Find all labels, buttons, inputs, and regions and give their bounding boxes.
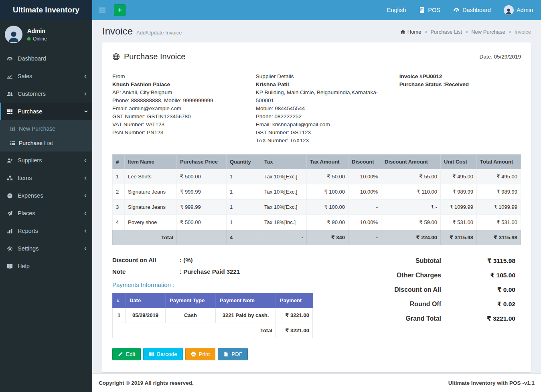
invoice-number: Invoice #PU0012 bbox=[399, 73, 509, 81]
total-discount: - bbox=[349, 230, 381, 245]
summary-label: Round Off bbox=[410, 301, 441, 308]
table-cell: ₹ 1099.99 bbox=[477, 200, 521, 215]
language-label: English bbox=[387, 7, 406, 13]
chevron-down-icon: ‹ bbox=[82, 110, 89, 113]
items-table: # Item Name Purchase Price Quantity Tax … bbox=[112, 154, 521, 245]
submenu-item-label: New Purchase bbox=[19, 125, 55, 132]
summary-value: ₹ 3115.98 bbox=[441, 257, 515, 265]
total-discount-amount: ₹ 224.00 bbox=[381, 230, 441, 245]
items-table-header-row: # Item Name Purchase Price Quantity Tax … bbox=[113, 155, 521, 169]
supplier-line: Mobile: 9844545544 bbox=[256, 105, 387, 113]
table-cell: 1 bbox=[227, 184, 261, 200]
supplier-label: Supplier Details bbox=[256, 73, 387, 81]
sidebar-item-customers[interactable]: Customers ‹ bbox=[0, 85, 92, 103]
table-cell: 3221 Paid by cash. bbox=[216, 308, 276, 323]
summary-label: Grand Total bbox=[405, 315, 441, 322]
breadcrumb-purchase-list[interactable]: Purchase List bbox=[430, 29, 462, 35]
topnav: English POS Dashboard Admin bbox=[92, 0, 541, 20]
pdf-button[interactable]: PDF bbox=[218, 348, 248, 360]
invoice-info: From Khush Fashion Palace AP: Ankali, Ci… bbox=[112, 73, 521, 145]
table-cell: ₹ 999.99 bbox=[177, 200, 227, 215]
table-cell: ₹ 1099.99 bbox=[441, 200, 477, 215]
edit-button[interactable]: Edit bbox=[112, 348, 141, 360]
table-cell: ₹ 100.00 bbox=[307, 200, 349, 215]
sidebar-avatar bbox=[5, 26, 22, 43]
breadcrumb-current: Invoice bbox=[515, 29, 531, 35]
sidebar-item-expenses[interactable]: Expenses ‹ bbox=[0, 187, 92, 204]
total-tax-amount: ₹ 340 bbox=[307, 230, 349, 245]
settings-icon bbox=[7, 246, 18, 252]
items-total-row: Total 4 - ₹ 340 - ₹ 224.00 ₹ 3115.98 ₹ 3… bbox=[113, 230, 521, 245]
total-unit-cost: ₹ 3115.98 bbox=[441, 230, 477, 245]
sidebar-item-purchase[interactable]: Purchase ‹ bbox=[0, 103, 92, 120]
sidebar-item-label: Customers bbox=[18, 91, 84, 97]
purchase-status: Purchase Status :Received bbox=[399, 81, 509, 89]
print-button[interactable]: Print bbox=[185, 348, 216, 360]
summary-label: Discount on All bbox=[394, 286, 441, 293]
sidebar-item-items[interactable]: Items ‹ bbox=[0, 169, 92, 187]
submenu-item-label: Purchase List bbox=[19, 140, 53, 146]
table-cell: Cash bbox=[166, 308, 216, 323]
new-purchase-icon bbox=[10, 126, 15, 131]
sidebar-item-sales[interactable]: Sales ‹ bbox=[0, 67, 92, 85]
sidebar-item-dashboard[interactable]: Dashboard bbox=[0, 50, 92, 67]
purchase-icon bbox=[7, 109, 18, 115]
breadcrumb-separator: > bbox=[509, 29, 511, 35]
from-line: Email: admin@example.com bbox=[112, 105, 244, 113]
quick-add-button[interactable] bbox=[114, 4, 126, 16]
table-cell bbox=[177, 230, 227, 245]
chevron-left-icon: ‹ bbox=[84, 72, 87, 79]
payments-header-row: # Date Payment Type Payment Note Payment bbox=[113, 293, 313, 308]
sidebar-item-new-purchase[interactable]: New Purchase bbox=[0, 121, 92, 136]
sidebar-item-help[interactable]: Help bbox=[0, 257, 92, 275]
table-cell: Tax 10%[Exc.] bbox=[261, 169, 307, 184]
sidebar-item-settings[interactable]: Settings ‹ bbox=[0, 240, 92, 257]
column-header: # bbox=[113, 293, 126, 308]
summary-label: Other Charges bbox=[397, 272, 441, 279]
sidebar-item-suppliers[interactable]: Suppliers ‹ bbox=[0, 152, 92, 169]
sidebar-item-reports[interactable]: Reports ‹ bbox=[0, 222, 92, 240]
purchase-list-icon bbox=[10, 141, 15, 146]
summary-block: Subtotal ₹ 3115.98 Other Charges ₹ 105.0… bbox=[387, 257, 521, 360]
table-cell: 3 bbox=[113, 200, 125, 215]
invoice-card: Purchase Invoice Date: 05/29/2019 From K… bbox=[102, 42, 531, 372]
table-cell: 1 bbox=[227, 215, 261, 230]
supplier-line: KP Building, Main Circle, BelgaumIndia,K… bbox=[256, 89, 387, 105]
breadcrumb-new-purchase[interactable]: New Purchase bbox=[471, 29, 505, 35]
payments-total-row: Total ₹ 3221.00 bbox=[113, 323, 313, 338]
table-row: 3 Signature Jeans ₹ 999.99 1 Tax 10%[Exc… bbox=[113, 200, 521, 215]
pos-link[interactable]: POS bbox=[419, 7, 440, 13]
user-menu[interactable]: Admin bbox=[504, 5, 533, 15]
table-cell: Tax 18%[Inc.] bbox=[261, 215, 307, 230]
table-cell: ₹ 531.00 bbox=[477, 215, 521, 230]
table-cell: Tax 10%[Exc.] bbox=[261, 200, 307, 215]
invoice-title: Purchase Invoice bbox=[124, 52, 185, 61]
content: Invoice Add/Update Invoice Home > Purcha… bbox=[92, 20, 541, 373]
page-subtitle: Add/Update Invoice bbox=[136, 30, 182, 36]
from-line: Phone: 8888888888, Mobile: 9999999999 bbox=[112, 97, 244, 105]
supplier-line: Email: krishnapatil@gmail.com bbox=[256, 121, 387, 129]
online-status-dot bbox=[27, 37, 30, 40]
sidebar-user-panel: Admin Online bbox=[0, 20, 92, 48]
app-brand[interactable]: Ultimate Inventory bbox=[0, 0, 92, 20]
total-tax: - bbox=[261, 230, 307, 245]
note-value: : Purchase Paid 3221 bbox=[180, 268, 240, 275]
table-cell: ₹ 999.99 bbox=[177, 184, 227, 200]
table-cell: ₹ 3221.00 bbox=[276, 308, 313, 323]
column-header: Total Amount bbox=[477, 155, 521, 169]
table-cell: ₹ 90.00 bbox=[307, 215, 349, 230]
user-avatar bbox=[504, 5, 514, 15]
breadcrumb-home[interactable]: Home bbox=[400, 29, 421, 35]
table-cell: ₹ 59.00 bbox=[381, 215, 441, 230]
from-line: AP: Ankali, City:Belgaum bbox=[112, 89, 244, 97]
payment-row: 1 05/29/2019 Cash 3221 Paid by cash. ₹ 3… bbox=[113, 308, 313, 323]
sidebar-toggle-button[interactable] bbox=[92, 0, 111, 20]
sidebar-item-purchase-list[interactable]: Purchase List bbox=[0, 136, 92, 150]
action-buttons: Edit Barcode Print bbox=[112, 348, 337, 360]
language-menu[interactable]: English bbox=[387, 7, 406, 13]
dashboard-link[interactable]: Dashboard bbox=[453, 7, 491, 13]
summary-value: ₹ 3221.00 bbox=[441, 315, 515, 322]
sidebar-item-places[interactable]: Places ‹ bbox=[0, 204, 92, 222]
table-cell: 4 bbox=[113, 215, 125, 230]
barcode-button[interactable]: Barcode bbox=[143, 348, 182, 360]
